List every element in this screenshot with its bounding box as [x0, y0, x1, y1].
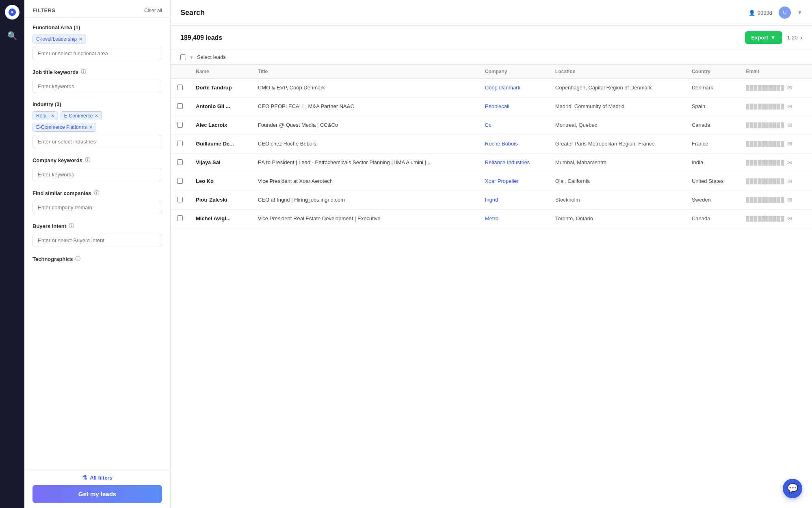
- email-icon[interactable]: ✉: [787, 85, 793, 91]
- tag-ecommerce[interactable]: E-Commerce ✕: [61, 111, 102, 120]
- export-button[interactable]: Export ▼: [745, 31, 782, 44]
- row-title: CEO chez Roche Bobois: [251, 135, 479, 154]
- email-icon[interactable]: ✉: [787, 122, 793, 128]
- company-keywords-label: Company keywords ⓘ: [32, 156, 162, 164]
- row-location: Greater Paris Metropolitan Region, Franc…: [549, 135, 685, 154]
- row-checkbox[interactable]: [177, 215, 183, 221]
- row-company: Coop Danmark: [479, 79, 549, 98]
- row-email: ██████████ ✉: [740, 172, 812, 191]
- row-name: Antonio Gil ...: [189, 98, 251, 116]
- row-checkbox[interactable]: [177, 103, 183, 109]
- table-row: Alec Lacroix Founder @ Quest Media | CC&…: [171, 116, 812, 135]
- buyers-intent-input[interactable]: [32, 234, 162, 247]
- email-blurred-text: ██████████: [746, 141, 785, 147]
- credit-icon: 👤: [749, 10, 755, 16]
- col-country: Country: [685, 65, 740, 79]
- tag-remove-icon[interactable]: ✕: [79, 37, 82, 42]
- row-location: Montreal, Quebec: [549, 116, 685, 135]
- user-avatar[interactable]: U: [779, 7, 791, 19]
- row-location: Copenhagen, Capital Region of Denmark: [549, 79, 685, 98]
- job-title-info-icon[interactable]: ⓘ: [81, 68, 86, 76]
- col-company: Company: [479, 65, 549, 79]
- row-country: India: [685, 154, 740, 172]
- chevron-down-icon[interactable]: ▼: [189, 55, 194, 60]
- email-icon[interactable]: ✉: [787, 159, 793, 166]
- functional-area-input[interactable]: [32, 47, 162, 60]
- row-title: CEO at Ingrid | Hiring jobs.ingrid.com: [251, 191, 479, 210]
- job-title-label: Job title keywords ⓘ: [32, 68, 162, 76]
- filter-icon: ⚗: [82, 474, 87, 481]
- tag-remove-icon[interactable]: ✕: [51, 113, 54, 119]
- find-similar-input[interactable]: [32, 201, 162, 214]
- all-filters-button[interactable]: ⚗ All filters: [32, 474, 162, 481]
- functional-area-tags: C-level/Leadership ✕: [32, 35, 162, 43]
- email-icon[interactable]: ✉: [787, 197, 793, 203]
- row-country: Canada: [685, 210, 740, 228]
- email-icon[interactable]: ✉: [787, 141, 793, 147]
- select-all-checkbox[interactable]: [180, 54, 186, 60]
- row-country: United States: [685, 172, 740, 191]
- table-row: Piotr Zaleski CEO at Ingrid | Hiring job…: [171, 191, 812, 210]
- row-location: Madrid, Community of Madrid: [549, 98, 685, 116]
- job-title-section: Job title keywords ⓘ: [32, 68, 162, 93]
- get-leads-button[interactable]: Get my leads: [32, 485, 162, 503]
- row-company: Peoplecall: [479, 98, 549, 116]
- col-title: Title: [251, 65, 479, 79]
- clear-all-button[interactable]: Clear all: [144, 8, 162, 13]
- functional-area-section: Functional Area (1) C-level/Leadership ✕: [32, 24, 162, 60]
- row-checkbox[interactable]: [177, 197, 183, 202]
- industry-tags: Retail ✕ E-Commerce ✕ E-Commerce Platfor…: [32, 111, 162, 132]
- chat-bubble[interactable]: 💬: [783, 479, 802, 498]
- buyers-intent-info-icon[interactable]: ⓘ: [69, 222, 74, 230]
- nav-search-icon[interactable]: 🔍: [4, 28, 21, 44]
- email-blurred-text: ██████████: [746, 85, 785, 91]
- email-icon[interactable]: ✉: [787, 215, 793, 222]
- company-keywords-input[interactable]: [32, 168, 162, 181]
- top-bar: Search 👤 99998 U ▼: [171, 0, 812, 26]
- row-location: Ojai, California: [549, 172, 685, 191]
- tag-remove-icon[interactable]: ✕: [95, 113, 98, 119]
- technographics-info-icon[interactable]: ⓘ: [75, 255, 80, 263]
- email-icon[interactable]: ✉: [787, 178, 793, 185]
- chevron-down-icon[interactable]: ▼: [797, 10, 802, 15]
- company-keywords-info-icon[interactable]: ⓘ: [85, 156, 90, 164]
- functional-area-label: Functional Area (1): [32, 24, 162, 30]
- app-logo[interactable]: [5, 5, 19, 20]
- job-title-input[interactable]: [32, 80, 162, 93]
- row-title: EA to President | Lead - Petrochemicals …: [251, 154, 479, 172]
- row-email: ██████████ ✉: [740, 210, 812, 228]
- row-checkbox[interactable]: [177, 141, 183, 146]
- filters-body: Functional Area (1) C-level/Leadership ✕…: [24, 18, 170, 469]
- row-checkbox-cell: [171, 191, 189, 210]
- row-name: Vijaya Sai: [189, 154, 251, 172]
- tag-ecommerce-platforms[interactable]: E-Commerce Platforms ✕: [32, 123, 96, 132]
- industry-input[interactable]: [32, 135, 162, 148]
- row-title: Vice President Real Estate Development |…: [251, 210, 479, 228]
- filters-title: FILTERS: [32, 7, 56, 13]
- row-company: Ingrid: [479, 191, 549, 210]
- row-checkbox-cell: [171, 98, 189, 116]
- table-row: Dorte Tandrup CMO & EVP, Coop Denmark Co…: [171, 79, 812, 98]
- find-similar-info-icon[interactable]: ⓘ: [94, 189, 99, 197]
- tag-retail[interactable]: Retail ✕: [32, 111, 58, 120]
- tag-remove-icon[interactable]: ✕: [89, 125, 93, 130]
- find-similar-label: Find similar companies ⓘ: [32, 189, 162, 197]
- email-blurred-text: ██████████: [746, 178, 785, 184]
- find-similar-section: Find similar companies ⓘ: [32, 189, 162, 214]
- buyers-intent-section: Buyers Intent ⓘ: [32, 222, 162, 247]
- buyers-intent-label: Buyers Intent ⓘ: [32, 222, 162, 230]
- row-name: Leo Ko: [189, 172, 251, 191]
- row-checkbox[interactable]: [177, 122, 183, 128]
- row-checkbox-cell: [171, 210, 189, 228]
- row-name: Dorte Tandrup: [189, 79, 251, 98]
- tag-clevel[interactable]: C-level/Leadership ✕: [32, 35, 86, 43]
- row-checkbox[interactable]: [177, 159, 183, 165]
- row-checkbox-cell: [171, 154, 189, 172]
- email-blurred-text: ██████████: [746, 197, 785, 203]
- pagination-next-icon[interactable]: ›: [800, 34, 802, 41]
- row-email: ██████████ ✉: [740, 154, 812, 172]
- row-checkbox[interactable]: [177, 178, 183, 184]
- row-email: ██████████ ✉: [740, 116, 812, 135]
- email-icon[interactable]: ✉: [787, 103, 793, 110]
- row-checkbox[interactable]: [177, 85, 183, 90]
